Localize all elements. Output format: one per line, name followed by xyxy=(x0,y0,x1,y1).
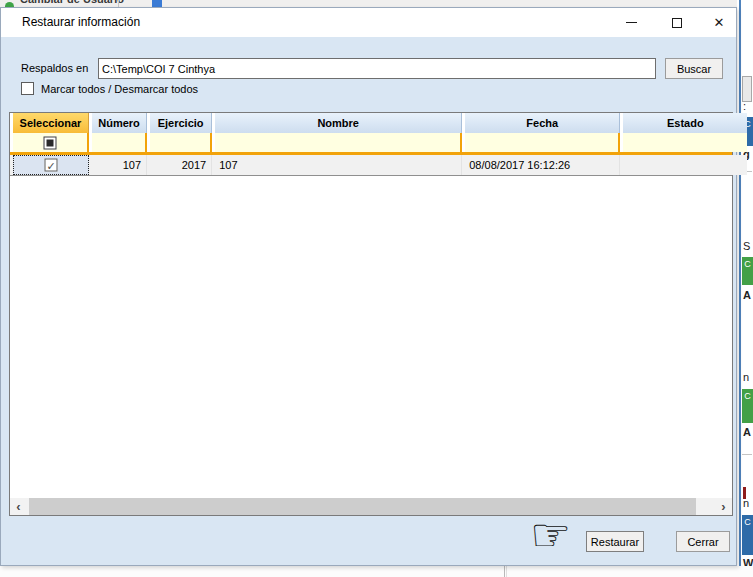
filter-cell-estado[interactable] xyxy=(623,133,747,152)
restore-dialog: Restaurar información ✕ Respaldos en Bus… xyxy=(0,7,737,566)
cell-estado xyxy=(623,155,747,175)
background-menu-strip: Cambiar de Usuario xyxy=(0,0,753,7)
backups-path-label: Respaldos en xyxy=(21,58,88,78)
dialog-titlebar[interactable]: Restaurar información ✕ xyxy=(1,8,736,37)
column-header-numero[interactable]: Número xyxy=(92,113,147,133)
cell-numero: 107 xyxy=(92,155,147,175)
background-button-fragment xyxy=(742,76,752,102)
backups-path-input[interactable] xyxy=(98,58,656,79)
dialog-title: Restaurar información xyxy=(22,8,140,37)
column-header-ejercicio[interactable]: Ejercicio xyxy=(150,113,212,133)
cerrar-button[interactable]: Cerrar xyxy=(676,531,730,552)
cell-nombre: 107 xyxy=(215,155,462,175)
backups-grid: Seleccionar Número Ejercicio Nombre Fech… xyxy=(9,112,733,516)
background-text: : xyxy=(743,100,746,112)
background-menu-item: Cambiar de Usuario xyxy=(20,0,124,5)
maximize-icon xyxy=(672,18,682,28)
background-text: A xyxy=(743,289,751,301)
close-button[interactable]: ✕ xyxy=(701,8,737,37)
pointing-hand-icon: ☞ xyxy=(530,512,571,558)
cerrar-button-label: Cerrar xyxy=(687,536,718,548)
cell-ejercicio: 2017 xyxy=(150,155,212,175)
scroll-right-button[interactable]: › xyxy=(715,498,732,515)
background-text: n xyxy=(743,497,749,509)
row-select-cell[interactable]: ✓ xyxy=(13,155,89,175)
background-bottom-strip xyxy=(0,566,753,577)
cell-fecha: 08/08/2017 16:12:26 xyxy=(465,155,620,175)
scrollbar-thumb[interactable] xyxy=(29,498,696,515)
maximize-button[interactable] xyxy=(657,8,697,37)
minimize-button[interactable] xyxy=(611,8,651,37)
background-green-button: C xyxy=(742,257,753,285)
scroll-left-icon: ‹ xyxy=(16,499,20,514)
background-blue-button: C xyxy=(742,515,753,555)
grid-filter-row xyxy=(10,133,732,155)
background-green-button: C xyxy=(742,389,753,423)
filter-cell-fecha[interactable] xyxy=(465,133,620,152)
minimize-icon xyxy=(626,22,637,23)
menu-icon xyxy=(152,0,162,7)
background-text: A xyxy=(743,426,751,438)
scroll-right-icon: › xyxy=(721,499,725,514)
select-all-checkbox[interactable] xyxy=(21,82,34,95)
indeterminate-checkbox-icon[interactable] xyxy=(44,136,57,149)
select-all-label: Marcar todos / Desmarcar todos xyxy=(41,82,198,96)
column-header-estado[interactable]: Estado xyxy=(623,113,747,133)
background-window-edge xyxy=(739,0,741,577)
horizontal-scrollbar[interactable]: ‹ › xyxy=(10,498,732,515)
restaurar-button[interactable]: Restaurar xyxy=(586,531,644,552)
background-divider xyxy=(506,566,507,577)
column-header-fecha[interactable]: Fecha xyxy=(465,113,620,133)
table-row[interactable]: ✓ 107 2017 107 08/08/2017 16:12:26 xyxy=(10,155,732,176)
restaurar-button-label: Restaurar xyxy=(591,536,639,548)
column-header-seleccionar[interactable]: Seleccionar xyxy=(13,113,89,133)
filter-cell-numero[interactable] xyxy=(92,133,147,152)
background-divider xyxy=(742,454,752,455)
filter-cell-ejercicio[interactable] xyxy=(150,133,212,152)
background-text: S xyxy=(743,240,750,252)
check-icon: ✓ xyxy=(46,160,55,172)
background-right-strip: : C g S C A n C A n C W xyxy=(737,0,753,577)
background-text: n xyxy=(743,371,749,383)
close-icon: ✕ xyxy=(714,15,725,30)
scroll-left-button[interactable]: ‹ xyxy=(10,498,27,515)
filter-cell-nombre[interactable] xyxy=(215,133,462,152)
background-divider xyxy=(504,566,505,577)
buscar-button-label: Buscar xyxy=(677,63,711,75)
column-header-nombre[interactable]: Nombre xyxy=(215,113,462,133)
checked-checkbox-icon[interactable]: ✓ xyxy=(45,159,58,172)
buscar-button[interactable]: Buscar xyxy=(665,58,723,79)
menu-divider xyxy=(118,0,119,7)
grid-header-row: Seleccionar Número Ejercicio Nombre Fech… xyxy=(10,113,732,133)
filter-cell-seleccionar[interactable] xyxy=(13,133,89,152)
